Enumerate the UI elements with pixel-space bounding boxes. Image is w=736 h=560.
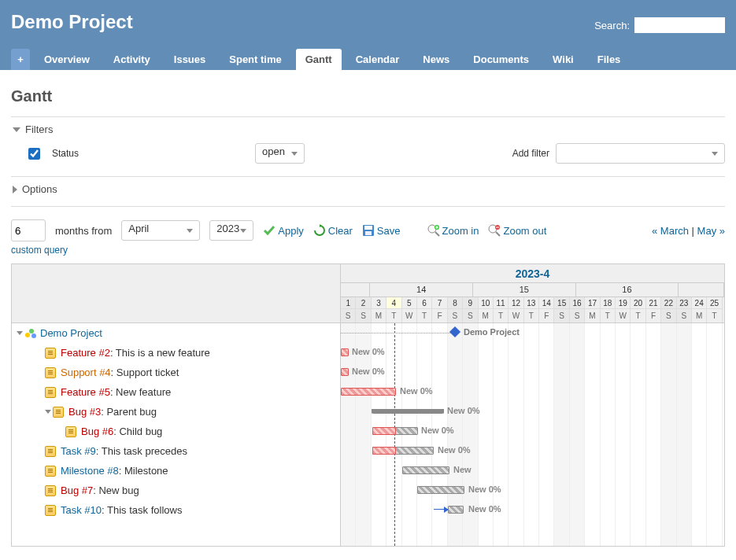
ticket-icon <box>45 485 56 496</box>
week-header: 141516 <box>341 283 724 297</box>
options-toggle[interactable]: Options <box>11 182 725 201</box>
row-feature-5[interactable]: Feature #5: New feature <box>12 382 340 402</box>
project-title[interactable]: Demo Project <box>11 11 133 33</box>
ticket-icon <box>45 348 56 359</box>
next-month-link[interactable]: May » <box>697 225 725 237</box>
options-label: Options <box>22 183 57 195</box>
row-bug-6[interactable]: Bug #6: Child bug <box>12 422 340 441</box>
months-count-input[interactable] <box>11 219 46 241</box>
expand-icon[interactable] <box>17 331 23 335</box>
custom-query-link[interactable]: custom query <box>11 245 68 256</box>
tab-overview[interactable]: Overview <box>35 49 99 70</box>
row-milestone-8[interactable]: Milestone #8: Milestone <box>12 461 340 481</box>
svg-point-8 <box>29 329 34 333</box>
row-task-10[interactable]: Task #10: This task follows <box>12 500 340 520</box>
bar-support-4[interactable] <box>341 368 349 376</box>
search-input[interactable] <box>634 17 725 33</box>
filters-section: Filters Status open Add filter <box>11 116 725 176</box>
bar-bug-7[interactable] <box>417 486 464 494</box>
bar-milestone-8[interactable] <box>402 466 449 474</box>
zoom-out-icon <box>488 224 501 237</box>
search-label: Search: <box>594 20 630 31</box>
app-header: Demo Project Search: + Overview Activity… <box>0 0 736 70</box>
prev-month-link[interactable]: « March <box>652 225 689 237</box>
zoom-in-button[interactable]: Zoom in <box>427 224 479 237</box>
bar-task-10[interactable] <box>448 506 464 514</box>
add-filter-label: Add filter <box>512 148 549 159</box>
bar-feature-2[interactable] <box>341 348 349 356</box>
ticket-icon <box>45 466 56 477</box>
tab-calendar[interactable]: Calendar <box>346 49 409 70</box>
svg-point-7 <box>25 333 30 337</box>
page-title: Gantt <box>11 87 725 105</box>
svg-rect-1 <box>364 226 372 230</box>
tab-wiki[interactable]: Wiki <box>543 49 583 70</box>
month-header[interactable]: 2023-4 <box>341 264 724 283</box>
row-bug-3[interactable]: Bug #3: Parent bug <box>12 402 340 422</box>
check-icon <box>263 224 276 237</box>
reload-icon <box>313 224 326 237</box>
row-project[interactable]: Demo Project <box>12 323 340 343</box>
status-filter-checkbox[interactable] <box>28 148 40 160</box>
tab-documents[interactable]: Documents <box>464 49 538 70</box>
options-section: Options <box>11 176 725 207</box>
expand-icon[interactable] <box>45 410 51 414</box>
row-feature-2[interactable]: Feature #2: This is a new feature <box>12 343 340 363</box>
content: Gantt Filters Status open Add filter Opt… <box>0 70 736 556</box>
zoom-in-icon <box>427 224 440 237</box>
chevron-right-icon <box>13 186 17 193</box>
ticket-icon <box>65 426 76 437</box>
filters-label: Filters <box>25 123 53 135</box>
row-support-4[interactable]: Support #4: Support ticket <box>12 363 340 382</box>
gantt-subjects: Demo Project Feature #2: This is a new f… <box>12 264 341 546</box>
save-button[interactable]: Save <box>362 224 401 237</box>
month-select[interactable]: April <box>121 220 200 241</box>
ticket-icon <box>45 367 56 378</box>
relation-arrow <box>434 509 448 510</box>
ticket-icon <box>45 446 56 457</box>
add-filter-select[interactable] <box>556 143 725 164</box>
save-icon <box>362 224 375 237</box>
gantt-chart: Demo Project Feature #2: This is a new f… <box>11 263 725 547</box>
apply-button[interactable]: Apply <box>263 224 304 237</box>
tab-spent-time[interactable]: Spent time <box>220 49 290 70</box>
chart-area: Demo Project New 0% New 0% New 0% New 0% <box>341 323 724 546</box>
tab-gantt[interactable]: Gantt <box>296 49 342 70</box>
row-bug-7[interactable]: Bug #7: New bug <box>12 481 340 500</box>
gantt-timeline[interactable]: 2023-4 141516 1S2S3M4T5W6T7F8S9S10M11T12… <box>341 264 724 546</box>
gantt-toolbar: months from April 2023 Apply Clear Save … <box>11 219 725 241</box>
ticket-icon <box>53 407 64 418</box>
search-area: Search: <box>594 17 725 33</box>
zoom-out-button[interactable]: Zoom out <box>488 224 546 237</box>
status-filter-select[interactable]: open <box>255 143 305 164</box>
row-task-9[interactable]: Task #9: This task precedes <box>12 441 340 461</box>
project-icon <box>24 327 37 340</box>
filters-toggle[interactable]: Filters <box>11 122 725 142</box>
ticket-icon <box>45 387 56 398</box>
months-from-label: months from <box>55 225 112 237</box>
tab-activity[interactable]: Activity <box>104 49 160 70</box>
milestone-diamond[interactable] <box>449 326 460 337</box>
bar-bug-3[interactable] <box>372 409 443 414</box>
tab-issues[interactable]: Issues <box>165 49 215 70</box>
clear-button[interactable]: Clear <box>313 224 353 237</box>
ticket-icon <box>45 505 56 516</box>
main-tabs: + Overview Activity Issues Spent time Ga… <box>11 49 725 70</box>
status-filter-label: Status <box>52 148 79 159</box>
year-select[interactable]: 2023 <box>209 220 253 241</box>
tab-new[interactable]: + <box>11 49 30 70</box>
day-header: 1S2S3M4T5W6T7F8S9S10M11T12W13T14F15S16S1… <box>341 297 724 322</box>
tab-files[interactable]: Files <box>588 49 631 70</box>
bar-feature-5[interactable] <box>341 388 396 396</box>
tab-news[interactable]: News <box>413 49 459 70</box>
chevron-down-icon <box>13 127 20 132</box>
svg-rect-2 <box>365 231 372 235</box>
svg-point-9 <box>31 333 36 338</box>
